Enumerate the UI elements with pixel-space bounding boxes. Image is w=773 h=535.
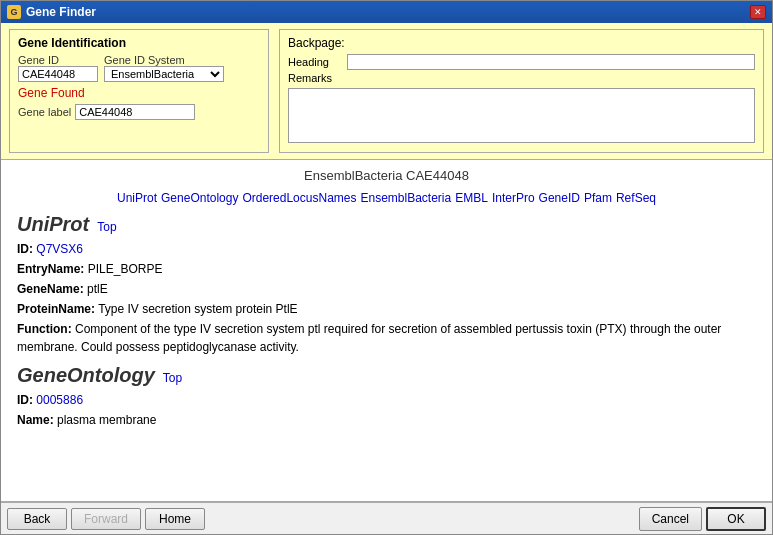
window-title: Gene Finder xyxy=(26,5,96,19)
content-scroll[interactable]: EnsemblBacteria CAE44048 UniProt GeneOnt… xyxy=(1,160,772,501)
uniprot-id-value[interactable]: Q7VSX6 xyxy=(36,242,83,256)
nav-interpro[interactable]: InterPro xyxy=(492,191,535,205)
gene-label-row: Gene label xyxy=(18,104,260,120)
backpage-panel: Backpage: Heading Remarks xyxy=(279,29,764,153)
geneontology-id-label: ID: xyxy=(17,393,33,407)
uniprot-genename-line: GeneName: ptlE xyxy=(17,280,756,298)
uniprot-proteinname-label: ProteinName: xyxy=(17,302,95,316)
close-button[interactable]: ✕ xyxy=(750,5,766,19)
titlebar: G Gene Finder ✕ xyxy=(1,1,772,23)
geneontology-top-link[interactable]: Top xyxy=(163,371,182,385)
gene-label-input[interactable] xyxy=(75,104,195,120)
backpage-heading-input[interactable] xyxy=(347,54,755,70)
nav-embl[interactable]: EMBL xyxy=(455,191,488,205)
uniprot-info-block: ID: Q7VSX6 EntryName: PILE_BORPE GeneNam… xyxy=(17,240,756,356)
nav-pfam[interactable]: Pfam xyxy=(584,191,612,205)
nav-geneontology[interactable]: GeneOntology xyxy=(161,191,238,205)
gene-id-row: Gene ID Gene ID System EnsemblBacteria U… xyxy=(18,54,260,82)
nav-uniprot[interactable]: UniProt xyxy=(117,191,157,205)
uniprot-function-label: Function: xyxy=(17,322,72,336)
forward-button[interactable]: Forward xyxy=(71,508,141,530)
nav-links: UniProt GeneOntology OrderedLocusNames E… xyxy=(17,191,756,205)
uniprot-proteinname-value: Type IV secretion system protein PtlE xyxy=(98,302,297,316)
backpage-heading-row: Heading xyxy=(288,54,755,70)
home-button[interactable]: Home xyxy=(145,508,205,530)
titlebar-controls: ✕ xyxy=(750,5,766,19)
geneontology-id-line: ID: 0005886 xyxy=(17,391,756,409)
ok-button[interactable]: OK xyxy=(706,507,766,531)
geneontology-name-value: plasma membrane xyxy=(57,413,156,427)
uniprot-entryname-value: PILE_BORPE xyxy=(88,262,163,276)
uniprot-section-header: UniProt Top xyxy=(17,213,756,236)
backpage-title: Backpage: xyxy=(288,36,755,50)
nav-geneid[interactable]: GeneID xyxy=(539,191,580,205)
gene-id-input[interactable] xyxy=(18,66,98,82)
uniprot-section-name: UniProt xyxy=(17,213,89,236)
bottom-right-buttons: Cancel OK xyxy=(639,507,766,531)
gene-identification-panel: Gene Identification Gene ID Gene ID Syst… xyxy=(9,29,269,153)
bottom-bar: Back Forward Home Cancel OK xyxy=(1,502,772,534)
app-icon: G xyxy=(7,5,21,19)
nav-ensemblbacteria[interactable]: EnsemblBacteria xyxy=(360,191,451,205)
cancel-button[interactable]: Cancel xyxy=(639,507,702,531)
gene-label-label: Gene label xyxy=(18,106,71,118)
main-window: G Gene Finder ✕ Gene Identification Gene… xyxy=(0,0,773,535)
geneontology-section-name: GeneOntology xyxy=(17,364,155,387)
backpage-heading-label: Heading xyxy=(288,56,343,68)
uniprot-function-line: Function: Component of the type IV secre… xyxy=(17,320,756,356)
geneontology-section-header: GeneOntology Top xyxy=(17,364,756,387)
gene-id-system-label: Gene ID System xyxy=(104,54,224,66)
uniprot-id-label: ID: xyxy=(17,242,33,256)
gene-identification-title: Gene Identification xyxy=(18,36,260,50)
geneontology-id-value[interactable]: 0005886 xyxy=(36,393,83,407)
uniprot-entryname-label: EntryName: xyxy=(17,262,84,276)
gene-id-system-select[interactable]: EnsemblBacteria UniProt Entrez xyxy=(104,66,224,82)
gene-id-label: Gene ID xyxy=(18,54,98,66)
uniprot-proteinname-line: ProteinName: Type IV secretion system pr… xyxy=(17,300,756,318)
uniprot-genename-value: ptlE xyxy=(87,282,108,296)
backpage-remarks-label: Remarks xyxy=(288,72,343,84)
content-area: EnsemblBacteria CAE44048 UniProt GeneOnt… xyxy=(1,160,772,502)
uniprot-function-value: Component of the type IV secretion syste… xyxy=(17,322,721,354)
gene-found-status: Gene Found xyxy=(18,86,260,100)
back-button[interactable]: Back xyxy=(7,508,67,530)
backpage-remarks-textarea[interactable] xyxy=(288,88,755,143)
geneontology-name-line: Name: plasma membrane xyxy=(17,411,756,429)
bottom-left-buttons: Back Forward Home xyxy=(7,508,205,530)
uniprot-entryname-line: EntryName: PILE_BORPE xyxy=(17,260,756,278)
top-panel: Gene Identification Gene ID Gene ID Syst… xyxy=(1,23,772,160)
geneontology-name-label: Name: xyxy=(17,413,54,427)
nav-orderedlocusnames[interactable]: OrderedLocusNames xyxy=(242,191,356,205)
titlebar-left: G Gene Finder xyxy=(7,5,96,19)
uniprot-id-line: ID: Q7VSX6 xyxy=(17,240,756,258)
geneontology-info-block: ID: 0005886 Name: plasma membrane xyxy=(17,391,756,429)
content-title: EnsemblBacteria CAE44048 xyxy=(17,168,756,183)
backpage-remarks-row: Remarks xyxy=(288,72,755,84)
nav-refseq[interactable]: RefSeq xyxy=(616,191,656,205)
uniprot-genename-label: GeneName: xyxy=(17,282,84,296)
uniprot-top-link[interactable]: Top xyxy=(97,220,116,234)
